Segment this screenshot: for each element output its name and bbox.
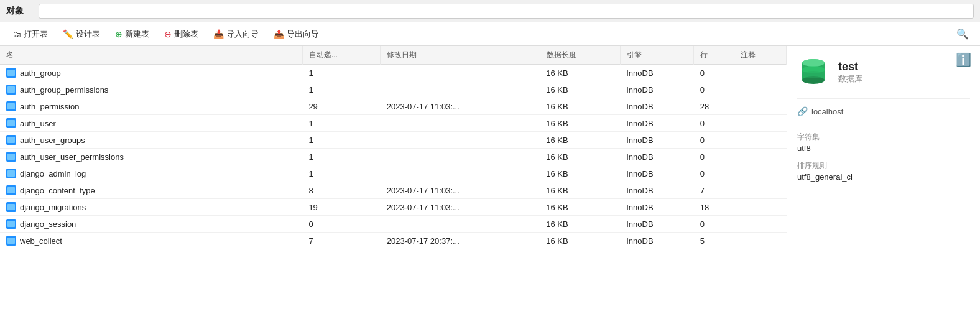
svg-point-5	[802, 71, 825, 78]
info-icon[interactable]: ℹ️	[956, 52, 971, 67]
cell-engine: InnoDB	[620, 233, 694, 249]
right-panel: ℹ️ test 数据库 🔗 localhost 字符集 ut	[787, 46, 980, 319]
table-name-text: auth_permission	[20, 102, 79, 111]
table-row-icon	[6, 169, 16, 178]
cell-name: django_session	[0, 216, 302, 233]
design-table-icon: ✏️	[63, 30, 73, 39]
table-name-text: auth_user_groups	[20, 136, 85, 145]
cell-rows: 0	[694, 65, 734, 81]
col-auto-inc[interactable]: 自动递...	[302, 46, 380, 65]
cell-data-size: 16 KB	[540, 98, 620, 115]
cell-data-size: 16 KB	[540, 182, 620, 199]
cell-comment	[734, 182, 786, 199]
table-row[interactable]: django_content_type 8 2023-07-17 11:03:.…	[0, 182, 787, 199]
open-table-button[interactable]: 🗂 打开表	[6, 27, 54, 42]
charset-label: 字符集	[797, 132, 970, 142]
col-comment[interactable]: 注释	[734, 46, 786, 65]
cell-name: auth_user_groups	[0, 132, 302, 149]
cell-data-size: 16 KB	[540, 199, 620, 216]
collation-section: 排序规则 utf8_general_ci	[797, 160, 970, 182]
cell-rows: 18	[694, 199, 734, 216]
page-title: 对象	[6, 6, 24, 17]
divider-2	[797, 124, 970, 124]
table-row[interactable]: auth_group_permissions 1 16 KB InnoDB 0	[0, 81, 787, 98]
cell-comment	[734, 98, 786, 115]
cell-modified: 2023-07-17 20:37:...	[381, 233, 540, 249]
cell-modified	[381, 149, 540, 165]
cell-engine: InnoDB	[620, 65, 694, 81]
cell-rows: 7	[694, 182, 734, 199]
cell-auto-inc: 1	[302, 149, 380, 165]
main-layout: 名 自动递... 修改日期 数据长度 引擎 行 注释 auth_group 1	[0, 46, 980, 319]
cell-modified	[381, 115, 540, 132]
db-identity: test 数据库	[797, 56, 970, 88]
col-name[interactable]: 名	[0, 46, 302, 65]
cell-engine: InnoDB	[620, 132, 694, 149]
table-row[interactable]: auth_user_user_permissions 1 16 KB InnoD…	[0, 149, 787, 165]
cell-modified	[381, 65, 540, 81]
cell-comment	[734, 199, 786, 216]
table-row[interactable]: django_session 0 16 KB InnoDB 0	[0, 216, 787, 233]
col-engine[interactable]: 引擎	[620, 46, 694, 65]
col-modified[interactable]: 修改日期	[381, 46, 540, 65]
cell-rows: 28	[694, 98, 734, 115]
table-row[interactable]: web_collect 7 2023-07-17 20:37:... 16 KB…	[0, 233, 787, 249]
cell-modified	[381, 165, 540, 182]
table-row[interactable]: auth_user 1 16 KB InnoDB 0	[0, 115, 787, 132]
cell-data-size: 16 KB	[540, 132, 620, 149]
cell-comment	[734, 165, 786, 182]
col-data-size[interactable]: 数据长度	[540, 46, 620, 65]
cell-name: auth_group	[0, 65, 302, 81]
table-name-text: django_admin_log	[20, 169, 86, 178]
table-name-text: django_session	[20, 220, 76, 229]
cell-comment	[734, 132, 786, 149]
table-row-icon	[6, 118, 16, 128]
import-wizard-button[interactable]: 📥 导入向导	[207, 27, 265, 42]
col-rows[interactable]: 行	[694, 46, 734, 65]
host-row: 🔗 localhost	[797, 106, 970, 116]
cell-data-size: 16 KB	[540, 81, 620, 98]
table-row-icon	[6, 68, 16, 78]
table-row[interactable]: auth_permission 29 2023-07-17 11:03:... …	[0, 98, 787, 115]
export-icon: 📤	[274, 30, 284, 39]
table-name-text: auth_group_permissions	[20, 85, 108, 95]
table-row[interactable]: django_migrations 19 2023-07-17 11:03:..…	[0, 199, 787, 216]
export-wizard-button[interactable]: 📤 导出向导	[267, 27, 325, 42]
table-name-text: django_content_type	[20, 186, 95, 195]
table-name-text: auth_user_user_permissions	[20, 152, 124, 162]
design-table-button[interactable]: ✏️ 设计表	[57, 27, 106, 42]
open-table-icon: 🗂	[12, 30, 21, 39]
cell-engine: InnoDB	[620, 81, 694, 98]
cell-comment	[734, 81, 786, 98]
header-search-input[interactable]	[39, 4, 974, 19]
db-name: test	[838, 60, 862, 73]
cell-data-size: 16 KB	[540, 216, 620, 233]
table-row-icon	[6, 152, 16, 162]
cell-name: django_migrations	[0, 199, 302, 216]
cell-engine: InnoDB	[620, 98, 694, 115]
cell-auto-inc: 19	[302, 199, 380, 216]
header-bar: 对象	[0, 0, 980, 22]
new-table-icon: ⊕	[115, 30, 122, 39]
table-row[interactable]: django_admin_log 1 16 KB InnoDB 0	[0, 165, 787, 182]
cell-rows: 0	[694, 132, 734, 149]
new-table-button[interactable]: ⊕ 新建表	[109, 27, 155, 42]
cell-auto-inc: 1	[302, 81, 380, 98]
cell-rows: 0	[694, 216, 734, 233]
delete-table-button[interactable]: ⊖ 删除表	[158, 27, 205, 42]
svg-point-3	[802, 59, 825, 67]
charset-value: utf8	[797, 144, 970, 153]
search-button[interactable]: 🔍	[951, 26, 974, 42]
collation-value: utf8_general_ci	[797, 172, 970, 182]
table-row[interactable]: auth_user_groups 1 16 KB InnoDB 0	[0, 132, 787, 149]
cell-rows: 0	[694, 165, 734, 182]
cell-auto-inc: 29	[302, 98, 380, 115]
cell-name: django_content_type	[0, 182, 302, 199]
table-row[interactable]: auth_group 1 16 KB InnoDB 0	[0, 65, 787, 81]
cell-engine: InnoDB	[620, 149, 694, 165]
objects-table: 名 自动递... 修改日期 数据长度 引擎 行 注释 auth_group 1	[0, 46, 787, 249]
cell-engine: InnoDB	[620, 199, 694, 216]
cell-engine: InnoDB	[620, 216, 694, 233]
cell-name: web_collect	[0, 233, 302, 249]
cell-modified: 2023-07-17 11:03:...	[381, 182, 540, 199]
